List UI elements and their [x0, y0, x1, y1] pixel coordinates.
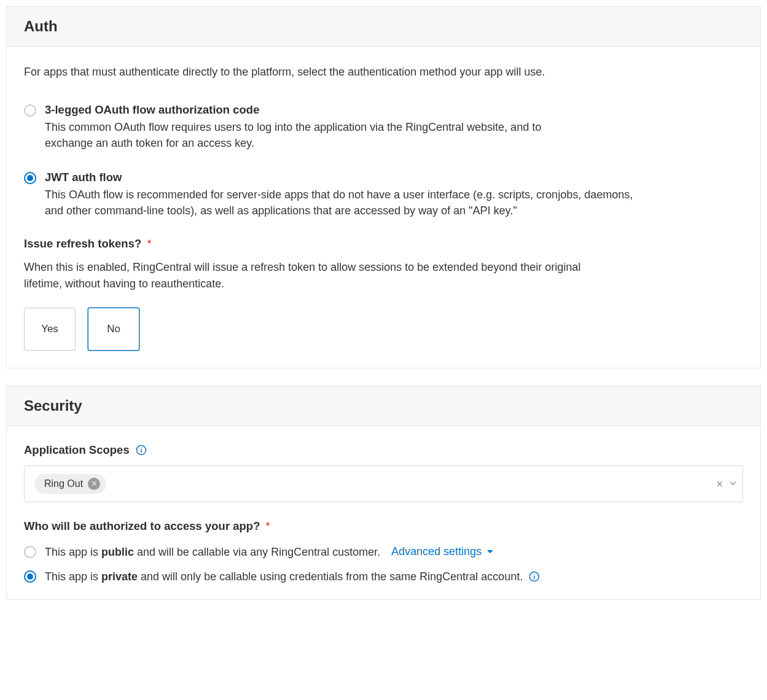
chevron-down-icon[interactable]: [730, 481, 736, 486]
refresh-tokens-yes-button[interactable]: Yes: [24, 308, 76, 351]
access-authorization-question: Who will be authorized to access your ap…: [24, 519, 743, 533]
access-option-private[interactable]: This app is private and will only be cal…: [24, 569, 743, 585]
auth-option-3legged-title: 3-legged OAuth flow authorization code: [45, 103, 743, 117]
access-option-public-text: This app is public and will be callable …: [45, 544, 380, 560]
auth-panel: Auth For apps that must authenticate dir…: [6, 6, 761, 368]
application-scopes-multiselect[interactable]: Ring Out ✕ ✕: [24, 465, 743, 502]
refresh-tokens-desc: When this is enabled, RingCentral will i…: [24, 259, 607, 291]
auth-header: Auth: [7, 7, 760, 47]
auth-option-3legged[interactable]: 3-legged OAuth flow authorization code T…: [24, 103, 743, 151]
security-header: Security: [7, 386, 760, 426]
info-icon[interactable]: [529, 571, 540, 582]
auth-heading: Auth: [24, 18, 743, 35]
multiselect-controls: ✕: [716, 479, 736, 489]
required-star-icon: *: [266, 519, 270, 532]
radio-unchecked-icon[interactable]: [24, 104, 36, 117]
auth-body: For apps that must authenticate directly…: [7, 47, 760, 368]
auth-option-jwt-content: JWT auth flow This OAuth flow is recomme…: [45, 171, 743, 219]
access-option-public-strong: public: [101, 546, 134, 558]
radio-unchecked-icon[interactable]: [24, 546, 36, 558]
access-option-public[interactable]: This app is public and will be callable …: [24, 544, 743, 560]
radio-checked-icon[interactable]: [24, 172, 36, 184]
info-icon[interactable]: [136, 445, 147, 456]
refresh-tokens-question: Issue refresh tokens? *: [24, 237, 743, 251]
auth-option-jwt-title: JWT auth flow: [45, 171, 743, 184]
auth-option-3legged-desc: This common OAuth flow requires users to…: [45, 119, 579, 151]
security-panel: Security Application Scopes Ring Out ✕ ✕: [6, 386, 761, 600]
auth-option-jwt-desc: This OAuth flow is recommended for serve…: [45, 187, 647, 219]
scope-tag-ringout: Ring Out ✕: [34, 474, 106, 494]
access-option-public-prefix: This app is: [45, 546, 101, 558]
clear-all-icon[interactable]: ✕: [716, 479, 723, 489]
required-star-icon: *: [147, 237, 151, 250]
refresh-tokens-label: Issue refresh tokens?: [24, 237, 141, 250]
radio-checked-icon[interactable]: [24, 570, 36, 583]
auth-method-radio-group: 3-legged OAuth flow authorization code T…: [24, 103, 743, 219]
access-option-private-prefix: This app is: [45, 570, 101, 583]
application-scopes-label-row: Application Scopes: [24, 443, 743, 457]
advanced-settings-link[interactable]: Advanced settings: [391, 545, 494, 558]
auth-option-3legged-content: 3-legged OAuth flow authorization code T…: [45, 103, 743, 151]
refresh-tokens-toggle-group: Yes No: [24, 308, 743, 351]
refresh-tokens-no-button[interactable]: No: [88, 308, 139, 351]
auth-intro-text: For apps that must authenticate directly…: [24, 64, 743, 80]
access-authorization-label: Who will be authorized to access your ap…: [24, 519, 260, 532]
advanced-settings-label: Advanced settings: [391, 545, 481, 558]
access-option-private-suffix: and will only be callable using credenti…: [138, 570, 523, 583]
scope-tag-label: Ring Out: [44, 478, 83, 489]
auth-option-jwt[interactable]: JWT auth flow This OAuth flow is recomme…: [24, 171, 743, 219]
svg-point-2: [141, 448, 142, 449]
svg-point-5: [534, 574, 535, 575]
access-option-private-strong: private: [101, 570, 138, 583]
access-option-private-text: This app is private and will only be cal…: [45, 569, 523, 585]
security-body: Application Scopes Ring Out ✕ ✕: [7, 426, 760, 599]
access-option-public-suffix: and will be callable via any RingCentral…: [134, 546, 380, 558]
application-scopes-label: Application Scopes: [24, 443, 130, 457]
security-heading: Security: [24, 397, 743, 414]
close-icon[interactable]: ✕: [88, 478, 100, 490]
